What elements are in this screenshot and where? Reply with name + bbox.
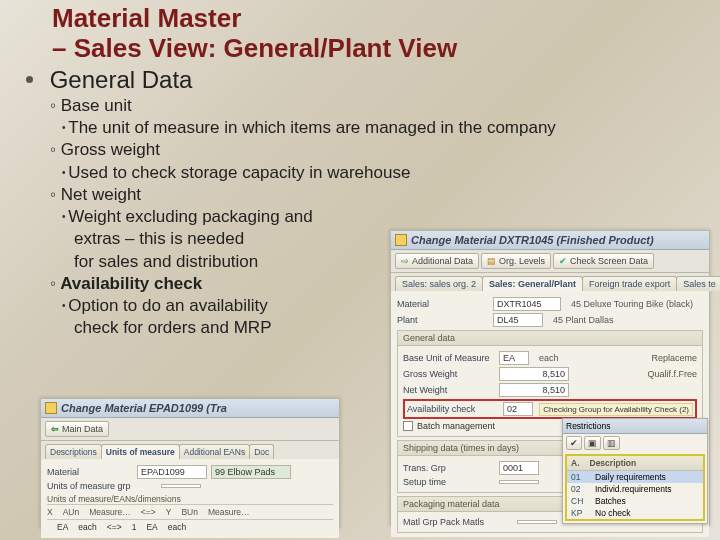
buom-desc: each [539, 353, 559, 363]
section-heading: General Data [50, 66, 193, 93]
sap-left-window: Change Material EPAD1099 (Tra ⇦Main Data… [40, 398, 340, 528]
tab-sales-general-plant[interactable]: Sales: General/Plant [482, 276, 583, 291]
tab-units-of-measure[interactable]: Units of measure [101, 444, 180, 459]
gross-weight-input[interactable]: 8,510 [499, 367, 569, 381]
uom-grp-input[interactable] [161, 484, 201, 488]
tab-doc[interactable]: Doc [249, 444, 274, 459]
check-icon: ✔ [559, 256, 567, 266]
batch-checkbox[interactable] [403, 421, 413, 431]
cube-icon [45, 402, 57, 414]
material-desc: 45 Deluxe Touring Bike (black) [571, 299, 693, 309]
replace-label: Replaceme [651, 353, 697, 363]
qualif-label: Qualif.f.Free [647, 369, 697, 379]
layers-icon: ▤ [487, 256, 496, 266]
material-desc: 99 Elbow Pads [211, 465, 291, 479]
availability-hint: Checking Group for Availability Check (2… [539, 403, 693, 416]
general-data-group: General data [398, 331, 702, 346]
sap-right-title: Change Material DXTR1045 (Finished Produ… [411, 234, 654, 246]
check-screen-label: Check Screen Data [570, 256, 648, 266]
setup-time-label: Setup time [403, 477, 495, 487]
material-input[interactable]: EPAD1099 [137, 465, 207, 479]
popup-row[interactable]: 02Individ.requirements [567, 483, 703, 495]
main-data-button[interactable]: ⇦Main Data [45, 421, 109, 437]
sap-right-tabs: Sales: sales org. 2 Sales: General/Plant… [391, 273, 709, 291]
item-base-unit: Base unit [48, 95, 720, 116]
uom-grp-label: Units of measure grp [47, 481, 157, 491]
org-levels-label: Org. Levels [499, 256, 545, 266]
tab-foreign-trade[interactable]: Foreign trade export [582, 276, 677, 291]
tab-additional-eans[interactable]: Additional EANs [179, 444, 250, 459]
trans-grp-input[interactable]: 0001 [499, 461, 539, 475]
popup-tool-sort[interactable]: ▥ [603, 436, 620, 450]
sap-left-title: Change Material EPAD1099 (Tra [61, 402, 227, 414]
material-input[interactable]: DXTR1045 [493, 297, 561, 311]
buom-input[interactable]: EA [499, 351, 529, 365]
popup-row[interactable]: 01Daily requirements [567, 471, 703, 483]
tab-descriptions[interactable]: Descriptions [45, 444, 102, 459]
net-weight-input[interactable]: 8,510 [499, 383, 569, 397]
matlgrp-input[interactable] [517, 520, 557, 524]
restrictions-label: Restrictions [563, 419, 707, 434]
item-net-weight-sub1: Weight excluding packaging and [48, 206, 720, 227]
tab-sales-te[interactable]: Sales te [676, 276, 720, 291]
trans-grp-label: Trans. Grp [403, 463, 495, 473]
popup-tool-filter[interactable]: ▣ [584, 436, 601, 450]
tab-sales-org2[interactable]: Sales: sales org. 2 [395, 276, 483, 291]
uom-table-head: XAUnMeasure…<=>YBUnMeasure… [47, 507, 333, 520]
item-base-unit-sub: The unit of measure in which items are m… [48, 117, 720, 138]
setup-time-input[interactable] [499, 480, 539, 484]
buom-label: Base Unit of Measure [403, 353, 495, 363]
arrow-right-icon: ⇨ [401, 256, 409, 266]
additional-data-button[interactable]: ⇨Additional Data [395, 253, 479, 269]
item-gross-weight: Gross weight [48, 139, 720, 160]
main-data-label: Main Data [62, 424, 103, 434]
gross-weight-label: Gross Weight [403, 369, 495, 379]
popup-row[interactable]: CHBatches [567, 495, 703, 507]
availability-check-label: Availability check [407, 404, 499, 414]
org-levels-button[interactable]: ▤Org. Levels [481, 253, 551, 269]
material-label: Material [397, 299, 489, 309]
item-gross-weight-sub: Used to check storage capacity in wareho… [48, 162, 720, 183]
availability-popup: Restrictions ✔ ▣ ▥ A.Description 01Daily… [562, 418, 708, 524]
popup-header: A.Description [567, 456, 703, 471]
item-net-weight: Net weight [48, 184, 720, 205]
matlgrp-label: Matl Grp Pack Matls [403, 517, 513, 527]
availability-check-input[interactable]: 02 [503, 402, 533, 416]
slide-title-line2: – Sales View: General/Plant View [52, 33, 457, 63]
arrow-icon: ⇦ [51, 424, 59, 434]
sap-left-tabs: Descriptions Units of measure Additional… [41, 441, 339, 459]
net-weight-label: Net Weight [403, 385, 495, 395]
bullet-icon [26, 76, 33, 83]
slide-title-line1: Material Master [52, 3, 241, 33]
popup-row[interactable]: KPNo check [567, 507, 703, 519]
plant-label: Plant [397, 315, 489, 325]
material-label: Material [47, 467, 133, 477]
popup-tool-check[interactable]: ✔ [566, 436, 582, 450]
batch-label: Batch management [417, 421, 495, 431]
plant-desc: 45 Plant Dallas [553, 315, 614, 325]
plant-input[interactable]: DL45 [493, 313, 543, 327]
additional-data-label: Additional Data [412, 256, 473, 266]
cube-icon [395, 234, 407, 246]
check-screen-button[interactable]: ✔Check Screen Data [553, 253, 654, 269]
uom-section-label: Units of measure/EANs/dimensions [47, 494, 333, 505]
uom-table-row: EAeach<=>1EAeach [47, 522, 333, 534]
